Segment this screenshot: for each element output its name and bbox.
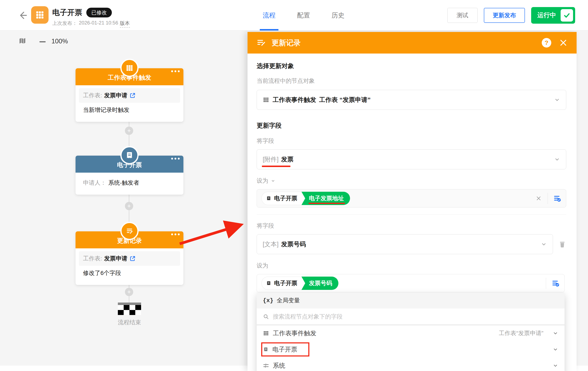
node-update-record[interactable]: 更新记录 工作表: 发票申请 修改了6个字段 bbox=[75, 231, 183, 285]
node-menu-icon[interactable] bbox=[171, 70, 180, 72]
row-value: 系统-触发者 bbox=[108, 179, 139, 187]
field2-select[interactable]: [文本] 发票号码 bbox=[257, 234, 553, 254]
picker-item-label: 系统 bbox=[273, 361, 285, 370]
publish-button[interactable]: 更新发布 bbox=[484, 8, 525, 23]
section-select-object: 选择更新对象 bbox=[257, 62, 566, 70]
sliders-icon bbox=[263, 362, 269, 369]
row-label: 工作表: bbox=[83, 254, 102, 263]
row-value: 发票申请 bbox=[104, 92, 127, 99]
last-publish-time: 2026-01-21 10:56 bbox=[79, 20, 118, 28]
worksheet-icon bbox=[263, 96, 269, 103]
add-node-button[interactable]: + bbox=[125, 127, 133, 135]
field-search-input[interactable]: 搜索流程节点对象下的字段 bbox=[257, 308, 565, 325]
object-value-node: 工作表事件触发 bbox=[273, 96, 316, 104]
field1-label: 将字段 bbox=[257, 137, 566, 145]
tab-flow[interactable]: 流程 bbox=[263, 0, 275, 31]
node-menu-icon[interactable] bbox=[171, 158, 180, 159]
annotation-underline bbox=[262, 166, 291, 167]
node-trigger-desc: 当新增记录时触发 bbox=[79, 103, 180, 117]
external-link-icon[interactable] bbox=[129, 92, 136, 99]
tab-config[interactable]: 配置 bbox=[297, 0, 310, 31]
test-button[interactable]: 测试 bbox=[447, 8, 478, 23]
picker-item-label: 工作表事件触发 bbox=[273, 329, 316, 338]
flow-end-label: 流程结束 bbox=[105, 318, 154, 326]
node-einvoice[interactable]: 电子开票 申请人： 系统-触发者 bbox=[75, 156, 183, 195]
invoice-icon bbox=[266, 195, 272, 201]
chevron-down-icon[interactable] bbox=[553, 347, 558, 352]
chevron-down-icon bbox=[541, 241, 547, 247]
section-update-fields: 更新字段 bbox=[257, 121, 566, 130]
annotation-arrow bbox=[176, 215, 251, 253]
version-link[interactable]: 版本 bbox=[120, 20, 130, 28]
worksheet-icon bbox=[263, 330, 269, 336]
search-icon bbox=[263, 314, 269, 320]
trash-icon[interactable] bbox=[558, 240, 566, 248]
field2-name: 发票号码 bbox=[281, 240, 306, 249]
close-icon[interactable] bbox=[559, 39, 567, 47]
help-icon[interactable]: ? bbox=[542, 38, 551, 48]
minimap-icon[interactable] bbox=[18, 37, 27, 45]
field-picker-popover: {x} 全局变量 搜索流程节点对象下的字段 工作表事件触发 工作表“发票申请” … bbox=[257, 292, 565, 371]
invoice-icon bbox=[266, 280, 272, 286]
worksheet-icon bbox=[120, 59, 139, 77]
update-record-panel: 更新记录 ? 选择更新对象 当前流程中的节点对象 工作表事件触发 工作表 “发票… bbox=[248, 32, 577, 371]
tab-history[interactable]: 历史 bbox=[332, 0, 344, 31]
invoice-icon bbox=[120, 146, 139, 164]
value1-field[interactable]: 电子开票 电子发票地址 bbox=[257, 189, 566, 208]
external-link-icon[interactable] bbox=[129, 255, 136, 262]
value1-tag[interactable]: 电子开票 电子发票地址 bbox=[262, 192, 350, 205]
chevron-down-icon[interactable] bbox=[553, 330, 558, 336]
running-check-icon[interactable] bbox=[561, 9, 573, 21]
node-worksheet-row: 工作表: 发票申请 bbox=[79, 251, 180, 266]
dynamic-value-icon[interactable] bbox=[553, 194, 561, 202]
page-title: 电子开票 bbox=[52, 8, 82, 18]
row-label: 工作表: bbox=[83, 92, 102, 99]
top-bar: 电子开票 已修改 上次发布： 2026-01-21 10:56 版本 流程 配置… bbox=[0, 0, 588, 31]
back-icon[interactable] bbox=[17, 10, 28, 21]
add-node-button[interactable]: + bbox=[125, 202, 133, 210]
field2-label: 将字段 bbox=[257, 222, 566, 230]
setas1-text: 设为 bbox=[257, 177, 268, 185]
object-select[interactable]: 工作表事件触发 工作表 “发票申请” bbox=[257, 90, 566, 110]
node-worksheet-trigger[interactable]: 工作表事件触发 工作表: 发票申请 当新增记录时触发 bbox=[75, 68, 183, 122]
header-tabs: 流程 配置 历史 bbox=[263, 0, 344, 31]
chevron-down-icon bbox=[554, 97, 560, 103]
node-updated-fields-desc: 修改了6个字段 bbox=[79, 266, 180, 280]
zoom-level: 100% bbox=[52, 38, 68, 45]
zoom-out-button[interactable] bbox=[39, 41, 46, 42]
field1-type: [附件] bbox=[263, 155, 279, 164]
global-variable-item[interactable]: {x} 全局变量 bbox=[257, 292, 565, 308]
tag1-source: 电子开票 bbox=[274, 194, 297, 202]
chevron-down-icon[interactable] bbox=[270, 178, 276, 183]
row-label: 申请人： bbox=[83, 179, 106, 187]
panel-header: 更新记录 ? bbox=[248, 32, 577, 53]
update-record-icon bbox=[257, 38, 266, 48]
node-worksheet-row: 工作表: 发票申请 bbox=[79, 88, 180, 103]
last-publish-label: 上次发布： bbox=[52, 20, 77, 28]
update-record-icon bbox=[120, 222, 139, 240]
variable-icon: {x} bbox=[263, 297, 273, 304]
object-label: 当前流程中的节点对象 bbox=[257, 77, 566, 85]
row-value: 发票申请 bbox=[104, 254, 127, 263]
value2-field[interactable]: 电子开票 发票号码 bbox=[257, 274, 565, 292]
dynamic-value-icon[interactable] bbox=[551, 279, 560, 287]
field2-type: [文本] bbox=[263, 240, 279, 249]
running-label: 运行中 bbox=[537, 11, 556, 20]
running-toggle[interactable]: 运行中 bbox=[531, 7, 575, 24]
node-applicant-row: 申请人： 系统-触发者 bbox=[79, 176, 180, 190]
picker-item-hint: 工作表“发票申请” bbox=[499, 329, 543, 337]
global-variable-label: 全局变量 bbox=[277, 297, 300, 304]
field1-select[interactable]: [附件] 发票 bbox=[257, 149, 566, 169]
value2-tag[interactable]: 电子开票 发票号码 bbox=[262, 276, 338, 290]
add-node-button[interactable]: + bbox=[125, 288, 133, 296]
search-placeholder: 搜索流程节点对象下的字段 bbox=[273, 313, 343, 321]
picker-item-system[interactable]: 系统 bbox=[257, 358, 565, 371]
object-value-sheet: 工作表 “发票申请” bbox=[319, 96, 371, 104]
finish-flag-icon bbox=[118, 303, 141, 315]
annotation-box bbox=[261, 342, 309, 357]
clear-icon[interactable] bbox=[535, 195, 542, 202]
picker-item-einvoice[interactable]: 电子开票 bbox=[257, 341, 565, 358]
chevron-down-icon[interactable] bbox=[553, 363, 558, 369]
field1-name: 发票 bbox=[281, 155, 294, 164]
picker-item-worksheet-trigger[interactable]: 工作表事件触发 工作表“发票申请” bbox=[257, 325, 565, 341]
